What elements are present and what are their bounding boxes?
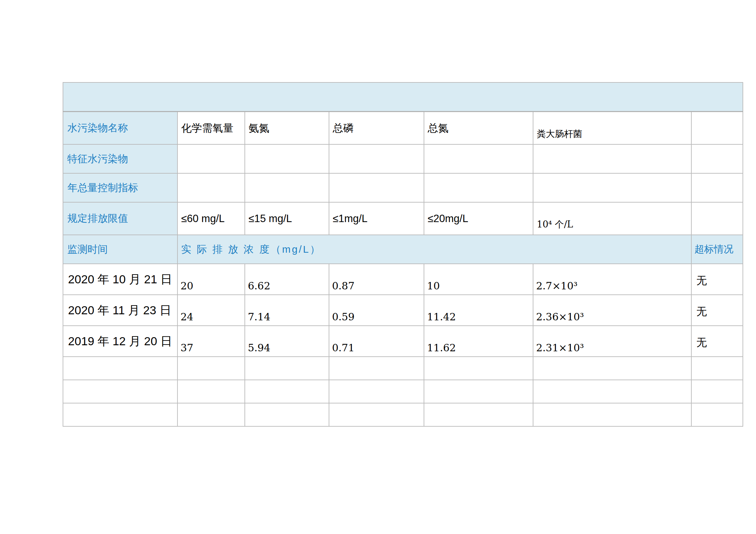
value-total-phosphorus: 0.59 <box>329 295 424 326</box>
empty-cell <box>63 403 177 426</box>
empty-cell <box>424 380 533 403</box>
empty-cell <box>177 403 245 426</box>
annual-total-control-row: 年总量控制指标 <box>63 173 743 202</box>
empty-cell <box>691 202 743 235</box>
empty-cell <box>691 112 743 145</box>
monitoring-date: 2020 年 11 月 23 日 <box>63 295 177 326</box>
value-total-nitrogen: 10 <box>424 264 533 295</box>
empty-cell <box>533 380 691 403</box>
value-cod: 20 <box>177 264 245 295</box>
value-total-nitrogen: 11.42 <box>424 295 533 326</box>
limit-ammonia: ≤15 mg/L <box>245 202 329 235</box>
top-banner-cell <box>63 82 743 112</box>
value-total-phosphorus: 0.71 <box>329 326 424 357</box>
empty-cell <box>691 380 743 403</box>
row-label-characteristic: 特征水污染物 <box>63 144 177 173</box>
empty-cell <box>245 173 329 202</box>
empty-cell <box>177 173 245 202</box>
monitoring-header-row: 监测时间 实 际 排 放 浓 度（mg/L） 超标情况 <box>63 235 743 264</box>
exceedance-value: 无 <box>691 264 743 295</box>
empty-cell <box>424 173 533 202</box>
monitoring-date: 2019 年 12 月 20 日 <box>63 326 177 357</box>
empty-cell <box>177 357 245 380</box>
empty-cell <box>245 380 329 403</box>
empty-cell <box>424 357 533 380</box>
pollutant-name-row: 水污染物名称 化学需氧量 氨氮 总磷 总氮 粪大肠杆菌 <box>63 112 743 145</box>
empty-cell <box>533 144 691 173</box>
empty-row <box>63 357 743 380</box>
row-label-annual-total: 年总量控制指标 <box>63 173 177 202</box>
row-label-pollutant-name: 水污染物名称 <box>63 112 177 145</box>
empty-row <box>63 380 743 403</box>
empty-cell <box>533 357 691 380</box>
discharge-limit-row: 规定排放限值 ≤60 mg/L ≤15 mg/L ≤1mg/L ≤20mg/L … <box>63 202 743 235</box>
empty-cell <box>691 144 743 173</box>
value-total-nitrogen: 11.62 <box>424 326 533 357</box>
empty-cell <box>329 357 424 380</box>
empty-cell <box>424 403 533 426</box>
exceedance-value: 无 <box>691 295 743 326</box>
document-page: { "table": { "colors": { "header_bg": "#… <box>0 0 756 534</box>
empty-cell <box>691 173 743 202</box>
empty-cell <box>245 403 329 426</box>
monitoring-date: 2020 年 10 月 21 日 <box>63 264 177 295</box>
empty-row <box>63 403 743 426</box>
limit-total-phosphorus: ≤1mg/L <box>329 202 424 235</box>
pollutant-total-nitrogen: 总氮 <box>424 112 533 145</box>
limit-total-nitrogen: ≤20mg/L <box>424 202 533 235</box>
top-banner-row <box>63 82 743 112</box>
empty-cell <box>329 144 424 173</box>
empty-cell <box>245 144 329 173</box>
empty-cell <box>533 403 691 426</box>
empty-cell <box>63 380 177 403</box>
table-row: 2019 年 12 月 20 日 37 5.94 0.71 11.62 2.31… <box>63 326 743 357</box>
empty-cell <box>329 403 424 426</box>
pollutant-fecal-coliform: 粪大肠杆菌 <box>533 112 691 145</box>
empty-cell <box>691 357 743 380</box>
table-row: 2020 年 10 月 21 日 20 6.62 0.87 10 2.7×10³… <box>63 264 743 295</box>
value-fecal-coliform: 2.7×10³ <box>533 264 691 295</box>
table-row: 2020 年 11 月 23 日 24 7.14 0.59 11.42 2.36… <box>63 295 743 326</box>
characteristic-pollutant-row: 特征水污染物 <box>63 144 743 173</box>
row-label-discharge-limit: 规定排放限值 <box>63 202 177 235</box>
pollutant-total-phosphorus: 总磷 <box>329 112 424 145</box>
exceedance-value: 无 <box>691 326 743 357</box>
empty-cell <box>424 144 533 173</box>
empty-cell <box>245 357 329 380</box>
limit-cod: ≤60 mg/L <box>177 202 245 235</box>
empty-cell <box>533 173 691 202</box>
value-ammonia: 5.94 <box>245 326 329 357</box>
value-cod: 37 <box>177 326 245 357</box>
pollutant-cod: 化学需氧量 <box>177 112 245 145</box>
limit-fecal-coliform: 10⁴ 个/L <box>533 202 691 235</box>
value-fecal-coliform: 2.31×10³ <box>533 326 691 357</box>
empty-cell <box>329 173 424 202</box>
actual-concentration-header: 实 际 排 放 浓 度（mg/L） <box>177 235 691 264</box>
empty-cell <box>329 380 424 403</box>
exceedance-header: 超标情况 <box>691 235 743 264</box>
empty-cell <box>691 403 743 426</box>
empty-cell <box>177 380 245 403</box>
pollutant-ammonia: 氨氮 <box>245 112 329 145</box>
value-fecal-coliform: 2.36×10³ <box>533 295 691 326</box>
value-cod: 24 <box>177 295 245 326</box>
value-total-phosphorus: 0.87 <box>329 264 424 295</box>
value-ammonia: 7.14 <box>245 295 329 326</box>
row-label-monitoring-time: 监测时间 <box>63 235 177 264</box>
value-ammonia: 6.62 <box>245 264 329 295</box>
empty-cell <box>63 357 177 380</box>
empty-cell <box>177 144 245 173</box>
pollutant-monitoring-table: 水污染物名称 化学需氧量 氨氮 总磷 总氮 粪大肠杆菌 特征水污染物 年总量控制… <box>63 82 743 427</box>
